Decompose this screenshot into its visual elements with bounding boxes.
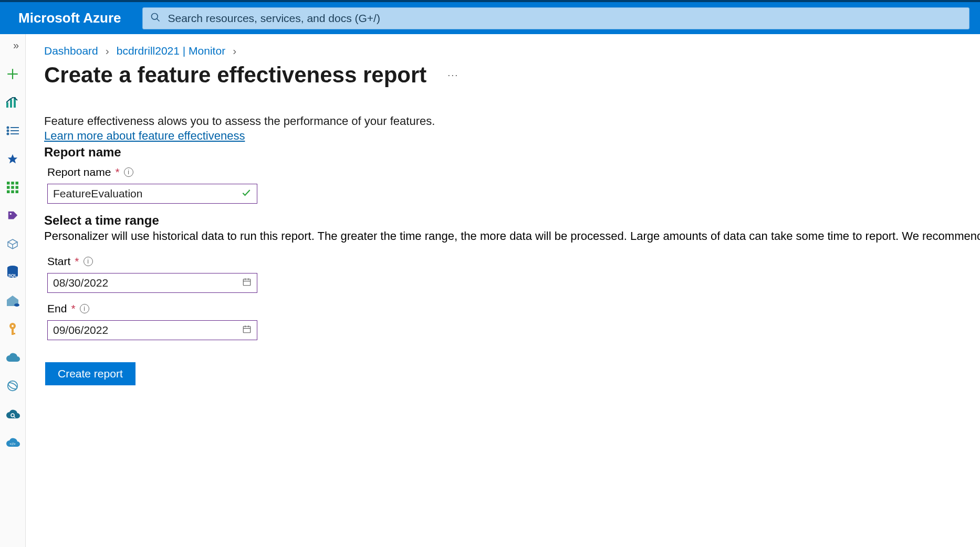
svg-rect-18 (11, 186, 14, 189)
svg-rect-17 (7, 186, 10, 189)
svg-point-23 (10, 213, 12, 215)
building-icon[interactable] (0, 292, 25, 309)
sql-icon[interactable]: SQL (0, 264, 25, 281)
expand-sidebar-icon[interactable]: » (13, 39, 19, 54)
plus-icon[interactable] (0, 66, 25, 82)
page-title: Create a feature effectiveness report (44, 62, 426, 88)
calendar-icon[interactable] (242, 277, 252, 289)
svg-rect-5 (10, 99, 12, 108)
svg-marker-13 (8, 154, 17, 163)
svg-point-0 (151, 13, 158, 19)
top-bar: Microsoft Azure (0, 0, 980, 34)
svg-rect-42 (243, 327, 251, 333)
calendar-icon[interactable] (242, 324, 252, 336)
create-report-button[interactable]: Create report (45, 362, 135, 385)
more-actions-icon[interactable]: ··· (447, 70, 458, 81)
cloud-search-icon[interactable] (0, 406, 25, 423)
svg-point-28 (14, 303, 19, 307)
report-name-heading: Report name (44, 145, 980, 160)
svg-rect-20 (7, 191, 10, 194)
required-star-icon: * (115, 166, 119, 178)
breadcrumb-resource[interactable]: bcdrdrill2021 | Monitor (117, 45, 225, 57)
svg-point-9 (7, 130, 9, 132)
svg-line-1 (157, 18, 159, 21)
svg-rect-14 (7, 182, 10, 185)
svg-rect-4 (6, 102, 8, 108)
end-date-label: End (47, 302, 67, 315)
svg-rect-15 (11, 182, 14, 185)
svg-text:SQL: SQL (8, 273, 17, 278)
report-name-field-wrap (47, 184, 257, 204)
tag-icon[interactable] (0, 207, 25, 224)
required-star-icon: * (71, 302, 75, 315)
chart-icon[interactable] (0, 94, 25, 111)
time-range-description: Personalizer will use historical data to… (44, 229, 980, 244)
learn-more-link[interactable]: Learn more about feature effectiveness (44, 129, 245, 142)
start-date-input[interactable] (53, 277, 237, 289)
chevron-right-icon: › (106, 45, 109, 57)
svg-rect-38 (243, 279, 251, 286)
end-date-input[interactable] (53, 324, 237, 336)
list-icon[interactable] (0, 122, 25, 139)
main-content: Dashboard › bcdrdrill2021 | Monitor › Cr… (26, 34, 980, 547)
svg-rect-22 (16, 191, 19, 194)
page-description: Feature effectiveness alows you to asses… (44, 114, 980, 129)
svg-rect-32 (12, 333, 15, 334)
grid-icon[interactable] (0, 179, 25, 196)
brand-logo[interactable]: Microsoft Azure (18, 10, 121, 26)
cloud-icon[interactable] (0, 349, 25, 366)
breadcrumb-dashboard[interactable]: Dashboard (44, 45, 98, 57)
compass-icon[interactable] (0, 377, 25, 394)
cloud-code-icon[interactable]: </> (0, 434, 25, 451)
start-date-field-wrap (47, 273, 257, 293)
required-star-icon: * (75, 255, 79, 268)
search-input[interactable] (168, 12, 962, 25)
end-date-field-wrap (47, 320, 257, 340)
cube-icon[interactable] (0, 236, 25, 253)
svg-rect-21 (11, 191, 14, 194)
search-icon (150, 12, 161, 25)
svg-point-7 (7, 127, 9, 129)
search-box[interactable] (142, 7, 970, 29)
svg-text:</>: </> (9, 441, 16, 446)
chevron-right-icon: › (233, 45, 236, 57)
report-name-input[interactable] (53, 187, 236, 200)
svg-point-11 (7, 133, 9, 135)
start-date-label: Start (47, 255, 70, 268)
report-name-label: Report name (47, 166, 111, 178)
svg-rect-19 (16, 186, 19, 189)
svg-marker-24 (8, 239, 17, 245)
left-sidebar: » SQL (0, 34, 26, 547)
time-range-heading: Select a time range (44, 213, 980, 228)
info-icon[interactable]: i (80, 304, 89, 313)
svg-rect-16 (16, 182, 19, 185)
breadcrumb: Dashboard › bcdrdrill2021 | Monitor › (44, 45, 980, 57)
info-icon[interactable]: i (84, 257, 93, 266)
info-icon[interactable]: i (124, 167, 133, 177)
key-icon[interactable] (0, 321, 25, 338)
svg-point-30 (12, 325, 14, 327)
star-icon[interactable] (0, 151, 25, 167)
check-icon (241, 187, 252, 200)
